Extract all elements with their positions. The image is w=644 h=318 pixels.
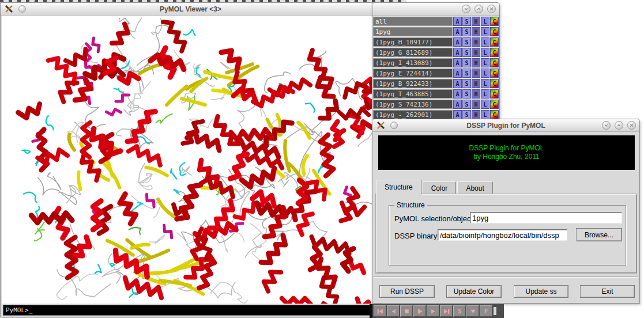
l-menu-button[interactable]: L xyxy=(481,37,489,47)
object-row: (1pyg_H_109177)ASHLC xyxy=(373,37,499,47)
viewer-canvas[interactable] xyxy=(2,16,379,304)
a-menu-button[interactable]: A xyxy=(453,79,462,88)
banner-line1: DSSP Plugin for PyMOL xyxy=(469,144,544,153)
l-menu-button[interactable]: L xyxy=(481,89,489,99)
structure-groupbox: Structure PyMOL selection/object: DSSP b… xyxy=(389,205,626,266)
run-dssp-button[interactable]: Run DSSP xyxy=(379,285,435,298)
s-menu-button[interactable]: S xyxy=(462,110,471,119)
c-menu-button[interactable]: C xyxy=(490,69,499,78)
object-name-button[interactable]: (1pyg_B_922433) xyxy=(373,79,453,88)
object-list: allASHLC1pygASHLC(1pyg_H_109177)ASHLC(1p… xyxy=(372,16,499,119)
object-name-button[interactable]: (1pyg_E_724414) xyxy=(373,69,453,78)
object-name-button[interactable]: (1pyg_T_463885) xyxy=(373,89,453,99)
x-logo-icon xyxy=(376,122,385,129)
object-name-button[interactable]: (1pyg_G_812689) xyxy=(373,48,453,57)
dssp-binary-input[interactable] xyxy=(438,229,567,241)
step-back-button[interactable] xyxy=(387,305,400,317)
s-menu-button[interactable]: S xyxy=(462,37,471,47)
a-menu-button[interactable]: A xyxy=(453,89,462,99)
c-menu-button[interactable]: C xyxy=(490,110,499,119)
h-menu-button[interactable]: H xyxy=(472,110,480,119)
s-menu-button[interactable]: S xyxy=(462,79,471,88)
h-menu-button[interactable]: H xyxy=(472,58,480,67)
command-line-input[interactable]: PyMOL>_ xyxy=(3,305,379,316)
play-button[interactable] xyxy=(413,305,426,317)
c-menu-button[interactable]: C xyxy=(490,37,499,47)
a-menu-button[interactable]: A xyxy=(453,48,462,57)
f-button[interactable]: F xyxy=(480,305,492,317)
maximize-button[interactable] xyxy=(474,5,483,13)
c-menu-button[interactable]: C xyxy=(490,79,499,88)
step-forward-button[interactable] xyxy=(427,305,439,317)
object-name-button[interactable]: all xyxy=(373,17,453,26)
h-menu-button[interactable]: H xyxy=(472,89,480,99)
viewer-titlebar[interactable]: PyMOL Viewer <3> xyxy=(1,3,381,16)
protein-structure-view[interactable] xyxy=(7,18,379,304)
s-menu-button[interactable]: S xyxy=(462,17,471,26)
update-color-button[interactable]: Update Color xyxy=(446,285,502,298)
tab-color[interactable]: Color xyxy=(423,181,457,195)
a-menu-button[interactable]: A xyxy=(453,17,462,26)
play-icon xyxy=(416,308,424,315)
c-menu-button[interactable]: C xyxy=(490,27,499,36)
l-menu-button[interactable]: L xyxy=(481,58,489,67)
object-name-button[interactable]: 1pyg xyxy=(373,27,453,36)
object-name-button[interactable]: (1pyg_-_262901) xyxy=(373,110,453,119)
dssp-titlebar[interactable]: DSSP Plugin for PyMOL xyxy=(372,119,639,132)
l-menu-button[interactable]: L xyxy=(481,69,489,78)
c-menu-button[interactable]: C xyxy=(490,17,499,26)
a-menu-button[interactable]: A xyxy=(453,58,462,67)
l-menu-button[interactable]: L xyxy=(481,17,489,26)
shade-button[interactable] xyxy=(462,5,470,13)
a-menu-button[interactable]: A xyxy=(453,110,462,119)
object-name-button[interactable]: (1pyg_I_413089) xyxy=(373,58,453,67)
h-menu-button[interactable]: H xyxy=(472,37,480,47)
a-menu-button[interactable]: A xyxy=(453,27,462,36)
c-menu-button[interactable]: C xyxy=(490,58,499,67)
h-menu-button[interactable]: H xyxy=(472,79,480,88)
update-ss-button[interactable]: Update ss xyxy=(514,285,568,298)
selection-input[interactable] xyxy=(470,212,622,224)
c-menu-button[interactable]: C xyxy=(490,89,499,99)
l-menu-button[interactable]: L xyxy=(481,100,489,109)
s-menu-button[interactable]: S xyxy=(462,48,471,57)
l-menu-button[interactable]: L xyxy=(481,27,489,36)
c-menu-button[interactable]: C xyxy=(490,100,499,109)
s-button[interactable]: S xyxy=(453,305,466,317)
object-panel-titlebar[interactable] xyxy=(372,3,499,16)
frame-menu-button[interactable] xyxy=(466,305,479,317)
s-menu-button[interactable]: S xyxy=(462,58,471,67)
s-menu-button[interactable]: S xyxy=(462,100,471,109)
a-menu-button[interactable]: A xyxy=(453,37,462,47)
s-menu-button[interactable]: S xyxy=(462,89,471,99)
window-menu-icon[interactable] xyxy=(390,122,398,129)
s-menu-button[interactable]: S xyxy=(462,27,471,36)
c-menu-button[interactable]: C xyxy=(490,48,499,57)
h-menu-button[interactable]: H xyxy=(472,48,480,57)
tab-bar: Structure Color About xyxy=(376,180,494,195)
h-menu-button[interactable]: H xyxy=(472,69,480,78)
l-menu-button[interactable]: L xyxy=(481,110,489,119)
h-menu-button[interactable]: H xyxy=(472,27,480,36)
h-menu-button[interactable]: H xyxy=(472,100,480,109)
l-menu-button[interactable]: L xyxy=(481,79,489,88)
close-button[interactable] xyxy=(627,121,636,130)
close-button[interactable] xyxy=(487,5,496,13)
l-menu-button[interactable]: L xyxy=(481,48,489,57)
stop-button[interactable] xyxy=(400,305,413,317)
browse-button[interactable]: Browse... xyxy=(576,228,622,241)
object-name-button[interactable]: (1pyg_S_742136) xyxy=(373,100,453,109)
tab-structure[interactable]: Structure xyxy=(376,180,421,195)
window-menu-icon[interactable] xyxy=(18,5,26,13)
maximize-button[interactable] xyxy=(615,121,623,130)
shade-button[interactable] xyxy=(602,121,611,130)
h-menu-button[interactable]: H xyxy=(472,17,480,26)
skip-start-button[interactable] xyxy=(374,305,386,317)
exit-button[interactable]: Exit xyxy=(580,285,635,298)
tab-about[interactable]: About xyxy=(457,181,492,195)
a-menu-button[interactable]: A xyxy=(453,100,462,109)
skip-end-button[interactable] xyxy=(440,305,453,317)
object-name-button[interactable]: (1pyg_H_109177) xyxy=(373,37,453,47)
s-menu-button[interactable]: S xyxy=(462,69,471,78)
a-menu-button[interactable]: A xyxy=(453,69,462,78)
